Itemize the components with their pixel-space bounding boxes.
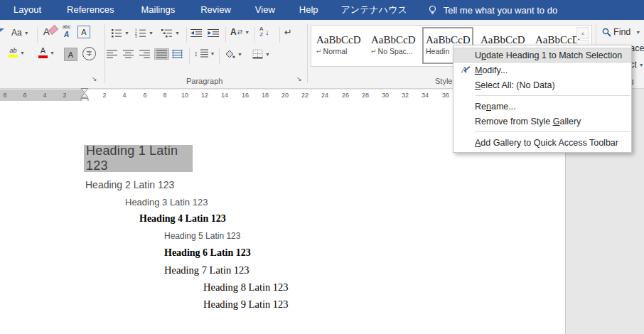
menu-item-update-heading[interactable]: Update Heading 1 to Match Selection	[454, 48, 631, 63]
heading-5[interactable]: Heading 5 Latin 123	[164, 231, 240, 241]
menu-separator	[475, 95, 630, 96]
ruler-number: 28	[362, 90, 369, 101]
show-formatting-marks-button[interactable]: ↵	[284, 27, 292, 38]
ruler-number: 18	[262, 90, 269, 101]
menu-item-select-all[interactable]: Select All: (No Data)	[454, 77, 631, 92]
tab-mailings[interactable]: Mailings	[132, 0, 185, 20]
menu-separator	[475, 131, 630, 132]
tell-me-box[interactable]: Tell me what you want to do	[428, 5, 557, 16]
chevron-down-icon: ▼	[639, 63, 644, 68]
ruler-number: 22	[301, 90, 308, 101]
heading-6[interactable]: Heading 6 Latin 123	[164, 247, 251, 259]
clear-formatting-button[interactable]: A	[43, 26, 50, 37]
line-spacing-button[interactable]: ↕ ▼	[194, 49, 215, 58]
chevron-down-icon: ▼	[20, 50, 25, 55]
enclose-characters-glyph: 字	[87, 50, 92, 58]
decrease-indent-button[interactable]	[190, 28, 203, 38]
align-right-button[interactable]	[139, 50, 150, 58]
ruler-number: 6	[23, 90, 26, 101]
character-border-button[interactable]: A	[77, 26, 90, 38]
align-left-icon	[107, 50, 117, 58]
highlight-ab-glyph: ab	[9, 48, 16, 54]
sort-z-glyph: Z	[259, 32, 263, 38]
menu-item-modify[interactable]: A Modify...	[454, 63, 631, 77]
ribbon-tab-bar: Layout References Mailings Review View H…	[0, 0, 644, 20]
sort-button[interactable]: A Z ↓	[259, 26, 269, 38]
style-context-menu: Update Heading 1 to Match Selection A Mo…	[453, 45, 632, 153]
updown-arrow-icon: ↕	[194, 49, 198, 58]
heading-2[interactable]: Heading 2 Latin 123	[85, 179, 174, 190]
svg-text:3: 3	[135, 35, 137, 38]
ruler-number: 12	[201, 90, 208, 101]
font-color-a-glyph: A	[41, 47, 45, 55]
bullets-icon	[111, 28, 122, 38]
chevron-down-icon: ▼	[635, 30, 640, 35]
ruler-number: 14	[221, 90, 228, 101]
tab-review[interactable]: Review	[191, 0, 240, 20]
align-center-button[interactable]	[123, 50, 134, 58]
tab-layout[interactable]: Layout	[4, 0, 50, 20]
tab-help[interactable]: Help	[290, 0, 328, 20]
paragraph-style-mark-icon: ↵	[371, 48, 377, 55]
chevron-down-icon: ▼	[149, 31, 154, 36]
style-item-no-spacing[interactable]: AaBbCcD ↵No Spac...	[367, 27, 419, 64]
heading-1[interactable]: Heading 1 Latin 123	[84, 144, 193, 173]
find-button[interactable]: Find ▼	[602, 27, 640, 37]
heading-8[interactable]: Heading 8 Latin 123	[203, 281, 289, 293]
change-case-button[interactable]: Aa ▼	[11, 28, 29, 38]
font-dialog-launcher[interactable]: ↘	[91, 75, 98, 83]
style-item-normal[interactable]: AaBbCcD ↵Normal	[313, 27, 364, 64]
distribute-icon	[172, 50, 183, 58]
increase-indent-button[interactable]	[208, 28, 220, 38]
ruler-number: 10	[181, 90, 188, 101]
style-label: Normal	[323, 47, 348, 55]
increase-indent-icon	[208, 28, 220, 38]
multilevel-list-button[interactable]: ▼	[161, 28, 180, 38]
asian-layout-button[interactable]: A ⇄ ▼	[230, 27, 249, 37]
chevron-down-icon: ▼	[24, 31, 29, 36]
style-preview: AaBbCcD	[371, 34, 417, 46]
paragraph-mark-icon: ↵	[284, 27, 292, 38]
lightbulb-icon	[428, 5, 437, 16]
menu-item-rename[interactable]: Rename...	[454, 99, 631, 114]
tab-antenna-house[interactable]: アンテナハウス	[332, 0, 417, 20]
align-center-icon	[123, 50, 134, 58]
eraser-icon	[48, 25, 58, 35]
menu-item-remove-from-gallery[interactable]: Remove from Style Gallery	[454, 114, 631, 129]
asian-layout-a-glyph: A	[230, 27, 237, 37]
modify-style-icon: A	[461, 65, 466, 75]
phonetic-guide-button[interactable]: abc A	[63, 24, 70, 38]
shading-button[interactable]: ▼	[224, 49, 242, 59]
heading-7[interactable]: Heading 7 Latin 123	[164, 264, 249, 276]
menu-item-add-gallery-to-qat[interactable]: Add Gallery to Quick Access Toolbar	[454, 135, 631, 150]
numbering-button[interactable]: 123 ▼	[135, 28, 154, 38]
paragraph-dialog-launcher[interactable]: ↘	[296, 75, 303, 83]
ruler-number: 32	[402, 90, 409, 101]
style-label: Headin	[426, 47, 449, 55]
swap-arrows-icon: ⇄	[237, 28, 243, 36]
font-color-button[interactable]: A ▼	[38, 47, 55, 58]
tab-references[interactable]: References	[58, 0, 123, 20]
text-highlight-color-button[interactable]: ab ▼	[9, 48, 25, 58]
distribute-button[interactable]	[172, 50, 183, 58]
align-left-button[interactable]	[107, 50, 117, 58]
style-preview: AaBbCcD	[316, 34, 363, 46]
paragraph-group-label: Paragraph	[186, 77, 222, 85]
ruler-number: 20	[281, 90, 289, 101]
decrease-indent-icon	[190, 28, 203, 38]
ruler-number: 36	[442, 90, 449, 101]
character-shading-button[interactable]: A	[64, 48, 77, 61]
enclose-characters-button[interactable]: 字	[82, 47, 96, 60]
chevron-down-icon: ▼	[175, 31, 180, 36]
chevron-down-icon: ▼	[245, 30, 249, 35]
justify-button[interactable]	[154, 48, 169, 60]
ruler-number: 16	[242, 90, 249, 101]
chevron-down-icon: ▼	[210, 51, 215, 56]
heading-4[interactable]: Heading 4 Latin 123	[139, 213, 226, 225]
borders-button[interactable]: ▼	[252, 49, 270, 59]
gallery-scroll-up-button[interactable]: ▲	[576, 27, 589, 39]
tab-view[interactable]: View	[246, 0, 284, 20]
heading-9[interactable]: Heading 9 Latin 123	[203, 298, 289, 311]
heading-3[interactable]: Heading 3 Latin 123	[125, 197, 208, 208]
bullets-button[interactable]: ▼	[111, 28, 129, 38]
